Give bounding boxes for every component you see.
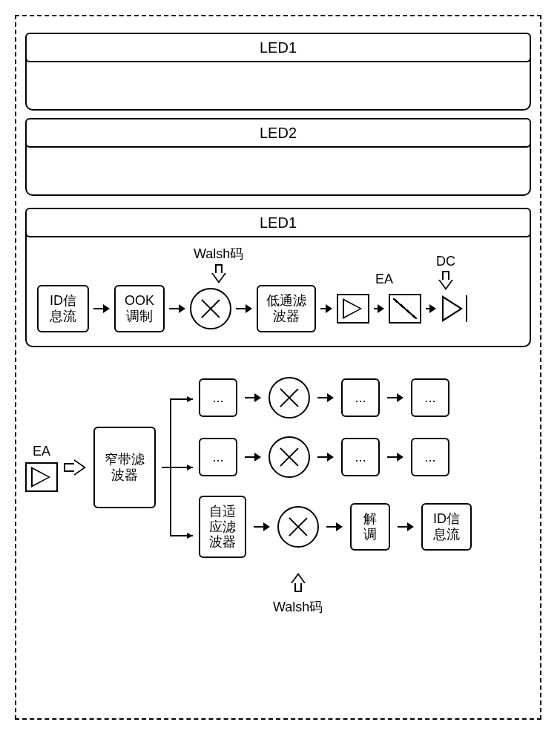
id-stream-text: ID信 息流 (50, 293, 76, 324)
arrow-right-icon (245, 451, 261, 463)
adaptive-text: 自适 应滤 波器 (209, 504, 236, 550)
led2-bar: LED2 (25, 118, 531, 148)
svg-marker-1 (187, 464, 193, 470)
amplifier-icon (337, 294, 369, 324)
id-stream-out-text: ID信 息流 (433, 511, 460, 542)
arrow-right-icon (317, 392, 334, 404)
lpf-block: 低通滤 波器 (257, 285, 316, 332)
arrow-right-icon (236, 303, 252, 315)
led2-container: LED2 (25, 118, 531, 196)
multiplier-icon (190, 288, 231, 329)
dots-block: ... (341, 378, 380, 417)
ea-rx-label: EA (33, 444, 50, 459)
rx-branch-1: ... ... ... (199, 377, 531, 418)
arrow-right-icon (245, 392, 261, 404)
narrowband-filter-block: 窄带滤 波器 (93, 427, 156, 508)
arrow-right-icon (426, 303, 436, 315)
branch-lines (162, 378, 193, 556)
dc-label: DC (436, 254, 455, 269)
rx-input: EA (25, 444, 58, 492)
ook-block: OOK 调制 (114, 285, 165, 332)
amplifier-icon (25, 462, 58, 492)
dots-block: ... (411, 438, 449, 476)
dots-text: ... (424, 390, 435, 406)
ea-label-group: EA (375, 272, 393, 287)
svg-marker-0 (187, 396, 193, 402)
led1-detail-bar: LED1 (25, 208, 531, 237)
dc-input-group: DC (436, 254, 455, 292)
bias-tee-icon (389, 294, 421, 324)
rx-chain: EA 窄带滤 波器 ... ... ... (25, 377, 531, 558)
multiplier-icon (277, 506, 319, 548)
diagram-frame: LED1 LED2 LED1 Walsh码 EA DC ID信 息流 (15, 15, 541, 720)
dots-block: ... (411, 378, 449, 417)
dots-text: ... (212, 390, 223, 406)
dots-block: ... (199, 378, 237, 417)
arrow-right-icon (326, 521, 343, 533)
led1-bar: LED1 (25, 33, 531, 62)
id-stream-block: ID信 息流 (37, 285, 89, 332)
multiplier-icon (269, 436, 310, 478)
arrow-right-hollow-icon (64, 459, 88, 476)
ea-label: EA (375, 272, 393, 287)
demod-text: 解 调 (363, 511, 377, 542)
arrow-right-icon (254, 521, 270, 533)
ook-text: OOK 调制 (125, 293, 154, 324)
walsh-label: Walsh码 (194, 245, 243, 263)
led2-label: LED2 (260, 125, 297, 142)
nbf-text: 窄带滤 波器 (105, 452, 145, 482)
arrow-right-icon (169, 303, 185, 315)
rx-branches: ... ... ... ... ... ... 自适 (199, 377, 531, 558)
tx-chain: ID信 息流 OOK 调制 低通滤 波器 (37, 285, 519, 332)
dots-text: ... (355, 450, 366, 465)
dots-text: ... (212, 450, 223, 465)
demod-block: 解 调 (350, 503, 390, 551)
arrow-up-icon (291, 571, 306, 592)
adaptive-filter-block: 自适 应滤 波器 (199, 496, 246, 558)
walsh-rx-label: Walsh码 (273, 598, 323, 616)
arrow-right-icon (320, 303, 332, 315)
led-emitter-icon (441, 294, 470, 324)
arrow-down-icon (211, 264, 226, 285)
dots-block: ... (199, 438, 237, 476)
arrow-right-icon (93, 303, 110, 315)
id-stream-out-block: ID信 息流 (421, 503, 472, 551)
multiplier-icon (269, 377, 310, 418)
led1-detail-container: LED1 Walsh码 EA DC ID信 息流 OOK 调制 (25, 208, 531, 347)
arrow-down-icon (438, 271, 453, 292)
walsh-input-group: Walsh码 (194, 245, 243, 285)
walsh-rx-group: Walsh码 (273, 571, 323, 616)
rx-branch-2: ... ... ... (199, 436, 531, 478)
svg-marker-2 (187, 533, 193, 539)
arrow-right-icon (398, 521, 414, 533)
dots-text: ... (424, 450, 435, 465)
lpf-text: 低通滤 波器 (266, 293, 306, 324)
arrow-right-icon (374, 303, 384, 315)
arrow-right-icon (387, 451, 403, 463)
led1-detail-label: LED1 (260, 214, 297, 232)
led1-container: LED1 (25, 33, 531, 111)
led1-label: LED1 (260, 39, 297, 56)
arrow-right-icon (317, 451, 334, 463)
dots-block: ... (341, 438, 380, 476)
rx-branch-3: 自适 应滤 波器 解 调 ID信 息流 (199, 496, 531, 558)
dots-text: ... (355, 390, 366, 406)
arrow-right-icon (387, 392, 403, 404)
